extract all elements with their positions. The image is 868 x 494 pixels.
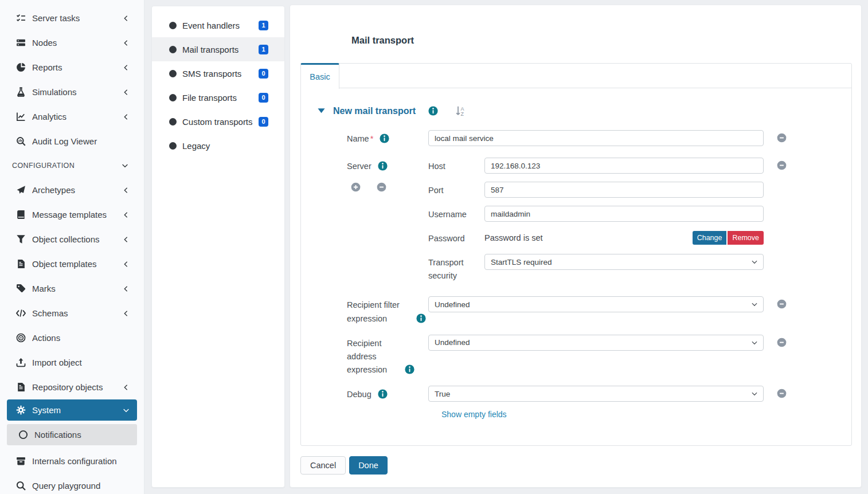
recipient-address-label: Recipient address expression [347, 337, 398, 377]
count-badge: 1 [259, 45, 268, 54]
form-title: New mail transport [333, 106, 416, 116]
sidebar-item-system[interactable]: System [7, 399, 137, 421]
sidebar-item-internals-configuration[interactable]: Internals configuration [0, 449, 144, 473]
cancel-button[interactable]: Cancel [300, 456, 346, 475]
bullet-icon [169, 118, 177, 126]
sidebar-item-message-templates[interactable]: Message templates [0, 202, 144, 227]
document-icon [16, 259, 26, 269]
list-item-mail-transports[interactable]: Mail transports 1 [152, 37, 284, 61]
tab-basic[interactable]: Basic [300, 63, 339, 89]
list-item-event-handlers[interactable]: Event handlers 1 [152, 13, 284, 37]
minus-circle-icon[interactable] [777, 299, 787, 309]
archive-icon [16, 456, 26, 466]
minus-circle-icon[interactable] [777, 133, 787, 143]
chevron-left-icon [123, 113, 130, 120]
funnel-icon [16, 234, 26, 244]
sidebar-item-repository-objects[interactable]: Repository objects [0, 375, 144, 399]
bullseye-icon [16, 333, 26, 343]
sidebar-item-notifications[interactable]: Notifications [7, 424, 137, 445]
port-input[interactable] [484, 182, 764, 198]
recipient-filter-select[interactable]: Undefined [428, 296, 764, 312]
minus-circle-icon[interactable] [777, 338, 787, 347]
code-icon [16, 308, 26, 318]
list-item-custom-transports[interactable]: Custom transports 0 [152, 109, 284, 134]
show-empty-fields-link[interactable]: Show empty fields [441, 410, 507, 419]
chevron-left-icon [123, 384, 130, 391]
info-icon[interactable] [378, 389, 388, 399]
sidebar-item-nodes[interactable]: Nodes [0, 30, 144, 55]
count-badge: 0 [259, 93, 268, 103]
sidebar-item-object-collections[interactable]: Object collections [0, 227, 144, 252]
sidebar-item-reports[interactable]: Reports [0, 55, 144, 80]
line-chart-icon [16, 112, 26, 121]
sidebar-item-import-object[interactable]: Import object [0, 350, 144, 375]
field-row-debug: Debug True [347, 386, 851, 402]
caret-down-icon[interactable] [317, 107, 326, 115]
done-button[interactable]: Done [349, 456, 388, 475]
plus-circle-icon[interactable] [351, 182, 361, 192]
field-row-recipient-address: Recipient address expression Undefined [347, 335, 851, 377]
list-item-sms-transports[interactable]: SMS transports 0 [152, 61, 284, 85]
info-icon[interactable] [416, 313, 426, 323]
sidebar-item-simulations[interactable]: Simulations [0, 80, 144, 104]
port-label: Port [428, 182, 484, 198]
sidebar-item-analytics[interactable]: Analytics [0, 104, 144, 129]
mail-transport-panel: Mail transport Basic New mail transport … [290, 5, 862, 488]
chevron-left-icon [123, 236, 130, 243]
info-icon[interactable] [378, 161, 388, 171]
chevron-down-icon [123, 407, 130, 414]
name-input[interactable] [428, 130, 764, 146]
sidebar: Server tasks Nodes Reports Simulations A… [0, 0, 144, 494]
document-icon [16, 382, 26, 392]
host-input[interactable] [484, 158, 764, 174]
field-row-recipient-filter: Recipient filter expression Undefined [347, 296, 851, 325]
remove-password-button[interactable]: Remove [728, 231, 764, 245]
change-password-button[interactable]: Change [693, 231, 727, 245]
bullet-icon [169, 142, 177, 150]
chevron-left-icon [123, 40, 130, 46]
chevron-down-icon [751, 258, 758, 265]
transport-security-select[interactable]: StartTLS required [484, 254, 764, 270]
minus-circle-icon[interactable] [777, 389, 787, 398]
minus-circle-icon[interactable] [777, 160, 787, 170]
recipient-address-select[interactable]: Undefined [428, 335, 764, 351]
info-icon[interactable] [405, 364, 415, 374]
tag-icon [16, 284, 26, 293]
username-input[interactable] [484, 206, 764, 222]
debug-select[interactable]: True [428, 386, 764, 402]
mail-transport-form: New mail transport AZ Name* Server [301, 88, 851, 419]
tab-bar: Basic [301, 64, 851, 88]
audit-search-icon [16, 136, 26, 146]
chevron-down-icon [122, 162, 128, 169]
sidebar-item-object-templates[interactable]: Object templates [0, 252, 144, 276]
sidebar-section-configuration[interactable]: CONFIGURATION [0, 154, 144, 178]
chevron-left-icon [123, 15, 130, 22]
sidebar-item-audit-log-viewer[interactable]: Audit Log Viewer [0, 129, 144, 154]
sidebar-item-actions[interactable]: Actions [0, 326, 144, 350]
chevron-down-icon [751, 339, 758, 346]
page-title: Mail transport [290, 5, 861, 46]
debug-label: Debug [347, 390, 372, 399]
tab-panel: Basic New mail transport AZ Name* [300, 63, 852, 446]
sidebar-item-archetypes[interactable]: Archetypes [0, 178, 144, 202]
list-item-legacy[interactable]: Legacy [152, 134, 284, 158]
info-icon[interactable] [428, 106, 438, 116]
sidebar-item-schemas[interactable]: Schemas [0, 301, 144, 326]
sort-alpha-icon[interactable]: AZ [455, 105, 466, 116]
chevron-left-icon [123, 285, 130, 292]
circle-icon [18, 430, 28, 440]
list-item-file-transports[interactable]: File transports 0 [152, 85, 284, 109]
info-icon[interactable] [380, 134, 389, 143]
minus-circle-icon[interactable] [377, 182, 386, 192]
transport-security-label: Transport security [428, 256, 483, 283]
password-status: Password is set [484, 233, 693, 242]
chevron-down-icon [751, 390, 758, 397]
transport-type-list: Event handlers 1 Mail transports 1 SMS t… [151, 6, 285, 488]
paper-plane-icon [16, 185, 26, 195]
count-badge: 0 [259, 69, 268, 79]
sidebar-item-marks[interactable]: Marks [0, 276, 144, 301]
tasks-icon [16, 13, 26, 23]
sidebar-item-server-tasks[interactable]: Server tasks [0, 6, 144, 30]
chevron-left-icon [123, 261, 130, 268]
sidebar-item-query-playground[interactable]: Query playground [0, 473, 144, 494]
